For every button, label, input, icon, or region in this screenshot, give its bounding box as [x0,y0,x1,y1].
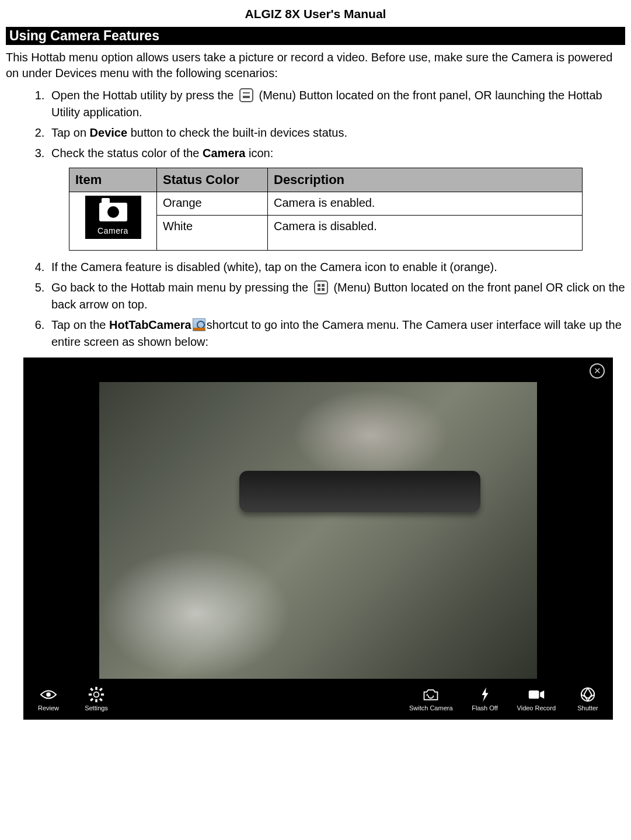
flash-button[interactable]: Flash Off [469,686,501,711]
menu-grid-icon [314,280,328,294]
th-item: Item [69,168,157,192]
svg-marker-10 [426,694,428,696]
camera-icon [99,203,127,221]
step-2: Tap on Device button to check the built-… [48,124,625,141]
step-6-text-a: Tap on the [51,318,109,331]
close-button[interactable]: ✕ [590,363,605,379]
svg-rect-5 [101,694,104,696]
step-6-bold: HotTabCamera [109,318,191,331]
step-3-bold: Camera [203,147,245,159]
svg-point-1 [94,692,99,697]
th-color: Status Color [157,168,268,192]
flash-off-icon [476,686,494,703]
camera-tile: Camera [85,196,141,239]
gear-icon [87,686,106,703]
camera-preview [99,382,537,679]
switch-camera-button[interactable]: Switch Camera [409,686,453,711]
preview-phone [239,471,480,512]
cell-desc-0: Camera is enabled. [268,192,583,215]
svg-marker-13 [540,690,544,699]
svg-point-14 [581,688,594,701]
page-title: ALGIZ 8X User's Manual [6,0,625,27]
step-4: If the Camera feature is disabled (white… [48,259,625,276]
svg-marker-11 [482,688,488,702]
close-icon: ✕ [594,366,601,376]
camera-tile-label: Camera [88,225,139,237]
review-button[interactable]: Review [33,686,64,711]
step-5: Go back to the Hottab main menu by press… [48,279,625,313]
svg-point-0 [46,693,51,697]
video-record-label: Video Record [517,704,556,711]
switch-camera-label: Switch Camera [409,704,453,711]
table-row: Camera Orange Camera is enabled. [69,192,583,215]
flash-label: Flash Off [472,704,497,711]
menu-icon [239,88,253,102]
step-3: Check the status color of the Camera ico… [48,145,625,251]
step-2-text-a: Tap on [51,126,90,139]
settings-button[interactable]: Settings [81,686,112,711]
review-label: Review [38,704,59,711]
step-3-text-a: Check the status color of the [51,147,203,159]
step-3-text-b: icon: [245,147,273,159]
steps-list: Open the Hottab utility by press the (Me… [6,87,625,350]
step-5-text-a: Go back to the Hottab main menu by press… [51,281,312,294]
video-record-icon [527,686,546,703]
video-record-button[interactable]: Video Record [517,686,556,711]
eye-icon [39,686,58,703]
cell-desc-1: Camera is disabled. [268,215,583,250]
step-2-bold: Device [90,126,128,139]
th-desc: Description [268,168,583,192]
svg-rect-3 [95,699,97,702]
status-table: Item Status Color Description Camera Ora… [69,168,583,251]
shutter-label: Shutter [577,704,598,711]
cell-color-0: Orange [157,192,268,215]
shutter-button[interactable]: Shutter [572,686,604,711]
camera-toolbar: Review Settings Switch Camera Flash Off [23,681,613,720]
intro-paragraph: This Hottab menu option allows users tak… [6,50,625,81]
table-header-row: Item Status Color Description [69,168,583,192]
svg-rect-12 [529,690,539,699]
camera-app-screenshot: ✕ Review Settings Switch Camera [23,357,613,720]
camera-icon-cell: Camera [69,192,157,250]
section-heading: Using Camera Features [6,27,625,45]
step-1: Open the Hottab utility by press the (Me… [48,87,625,121]
svg-rect-2 [95,687,97,690]
svg-rect-4 [89,694,92,696]
hottabcamera-shortcut-icon [193,318,205,331]
svg-rect-7 [99,688,103,692]
svg-rect-8 [90,698,93,702]
step-2-text-b: button to check the built-in devices sta… [127,126,347,139]
svg-rect-6 [90,688,93,692]
shutter-icon [578,686,597,703]
settings-label: Settings [85,704,108,711]
svg-rect-9 [99,698,103,702]
step-1-text-a: Open the Hottab utility by press the [51,89,237,102]
switch-camera-icon [421,686,440,703]
step-6: Tap on the HotTabCamerashortcut to go in… [48,317,625,350]
cell-color-1: White [157,215,268,250]
